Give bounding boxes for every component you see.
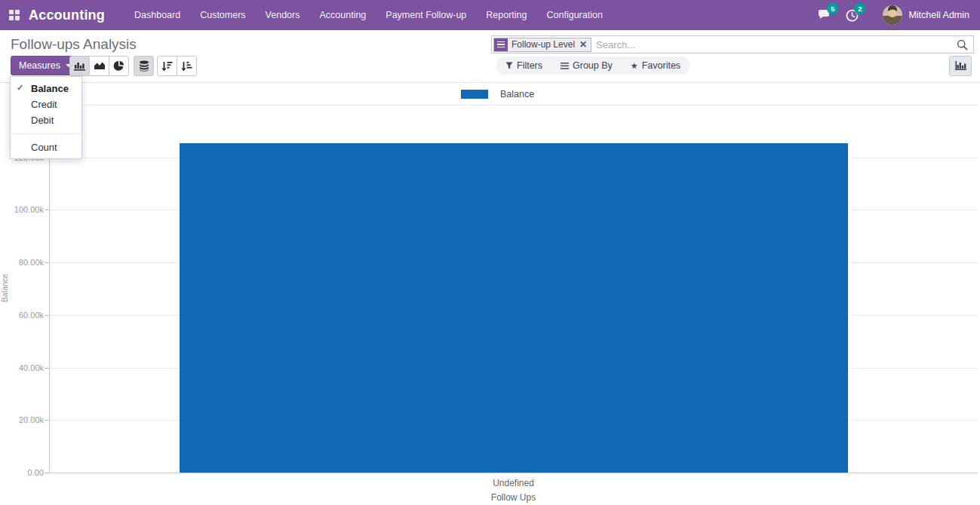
x-axis-title: Follow Ups (49, 492, 978, 503)
measure-option-label: Debit (31, 115, 54, 126)
stacked-database-icon (139, 60, 149, 72)
x-tick-label: Undefined (49, 478, 978, 488)
bar-undefined[interactable] (180, 143, 848, 473)
menu-accounting[interactable]: Accounting (309, 0, 376, 30)
legend-color-swatch (461, 90, 488, 99)
apps-menu-button[interactable] (0, 0, 29, 30)
page-title: Follow-ups Analysis (11, 36, 137, 53)
app-name[interactable]: Accounting (29, 8, 105, 23)
check-icon: ✓ (17, 83, 23, 93)
legend-label: Balance (500, 89, 534, 99)
stacked-toggle-group (134, 56, 154, 76)
sort-amount-desc-icon (161, 61, 173, 72)
y-tick-label: 0.00 (0, 468, 44, 477)
sort-descending-button[interactable] (157, 56, 177, 76)
gridline (49, 105, 978, 106)
apps-grid-icon (9, 10, 20, 20)
sort-amount-asc-icon (181, 61, 192, 72)
favorites-label: Favorites (642, 60, 680, 71)
menu-payment-follow-up[interactable]: Payment Follow-up (376, 0, 476, 30)
measures-dropdown-menu: ✓ Balance Credit Debit Count (10, 76, 82, 159)
menu-divider (11, 133, 81, 134)
filters-button[interactable]: Filters (505, 60, 542, 71)
filters-label: Filters (517, 60, 542, 71)
bar-chart-icon (74, 61, 85, 71)
activities-badge: 2 (854, 3, 865, 14)
sort-ascending-button[interactable] (177, 56, 197, 76)
x-axis-line (49, 473, 978, 473)
y-tick-label: 80.00k (0, 258, 44, 267)
chart-type-group (69, 56, 129, 76)
search-bar[interactable]: Follow-up Level ✕ Search... (491, 35, 974, 54)
y-axis-line (49, 105, 50, 473)
top-navbar: Accounting Dashboard Customers Vendors A… (0, 0, 980, 30)
chart-legend[interactable]: Balance (461, 89, 534, 99)
pie-chart-button[interactable] (109, 56, 129, 76)
stacked-button[interactable] (134, 56, 154, 76)
activities-button[interactable]: 2 (843, 7, 860, 23)
favorites-button[interactable]: ★ Favorites (631, 60, 680, 71)
menu-reporting[interactable]: Reporting (476, 0, 536, 30)
measure-option-label: Balance (31, 83, 69, 94)
sort-group (157, 56, 197, 76)
menu-dashboard[interactable]: Dashboard (124, 0, 190, 30)
group-by-button[interactable]: Group By (561, 60, 613, 71)
pie-chart-icon (113, 60, 124, 72)
user-menu[interactable]: Mitchell Admin (871, 0, 980, 30)
graph-view-icon (955, 61, 966, 71)
menu-vendors[interactable]: Vendors (256, 0, 310, 30)
measure-option-label: Credit (31, 99, 57, 110)
y-tick-label: 100.00k (0, 205, 44, 214)
measures-button-label: Measures (19, 60, 60, 71)
facet-close-icon[interactable]: ✕ (579, 38, 591, 51)
measure-option-label: Count (31, 142, 57, 153)
filter-funnel-icon (505, 62, 513, 69)
user-name: Mitchell Admin (908, 10, 969, 20)
measure-option-credit[interactable]: Credit (11, 96, 81, 112)
group-by-label: Group By (573, 60, 613, 71)
y-tick-label: 40.00k (0, 363, 44, 372)
search-facet-followup-level: Follow-up Level ✕ (493, 38, 591, 52)
main-menu: Dashboard Customers Vendors Accounting P… (124, 0, 613, 30)
measure-option-count[interactable]: Count (11, 139, 81, 155)
control-panel: Follow-ups Analysis Follow-up Level ✕ Se… (0, 30, 980, 83)
search-icon[interactable] (957, 39, 968, 50)
y-tick-label: 20.00k (0, 415, 44, 424)
search-options-bar: Filters Group By ★ Favorites (496, 57, 690, 75)
messages-button[interactable]: 5 (816, 7, 833, 23)
systray: 5 2 (816, 0, 980, 30)
y-axis-title: Balance (0, 265, 9, 311)
line-chart-button[interactable] (89, 56, 109, 76)
menu-customers[interactable]: Customers (190, 0, 255, 30)
y-tick-label: 60.00k (0, 311, 44, 320)
graph-view-switcher-button[interactable] (949, 56, 972, 76)
graph-view: Balance Balance 0.0020.00k40.00k60.00k80… (0, 83, 980, 505)
facet-label: Follow-up Level (508, 38, 579, 51)
group-by-facet-icon (494, 38, 508, 51)
star-icon: ★ (631, 61, 638, 71)
menu-configuration[interactable]: Configuration (537, 0, 613, 30)
area-chart-icon (94, 61, 106, 71)
measure-option-debit[interactable]: Debit (11, 112, 81, 128)
bar-chart-button[interactable] (69, 56, 90, 76)
search-input[interactable]: Search... (596, 39, 957, 50)
y-tick-mark (45, 473, 49, 473)
odoo-accounting-screen: Accounting Dashboard Customers Vendors A… (0, 0, 980, 505)
user-avatar (883, 5, 902, 25)
group-by-lines-icon (561, 63, 569, 69)
messages-badge: 5 (827, 3, 838, 14)
measure-option-balance[interactable]: ✓ Balance (11, 81, 81, 96)
